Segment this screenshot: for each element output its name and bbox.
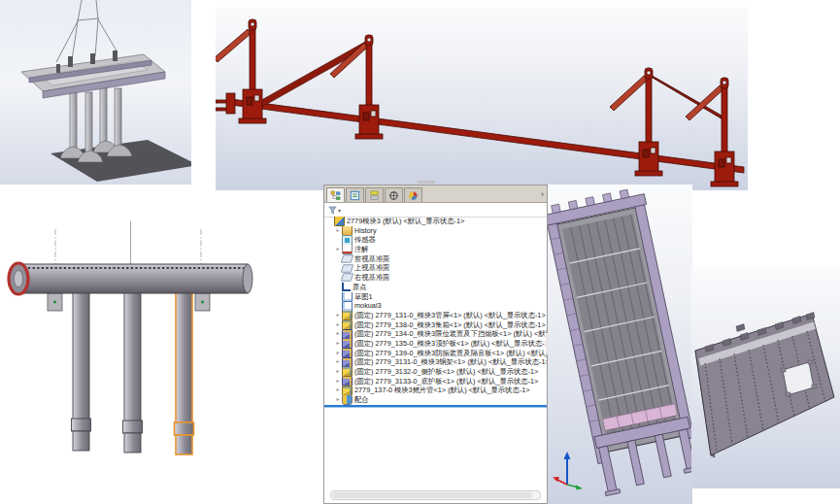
tree-item-icon <box>342 367 353 377</box>
panel-drag-handle[interactable] <box>418 181 435 184</box>
tree-item-icon <box>342 320 353 330</box>
tree-item-11[interactable]: ▸ (固定) 2779_138-0_模块3集箱<1> (默认) <默认_显示状态… <box>324 320 547 330</box>
tab-displaymanager[interactable] <box>404 187 422 202</box>
tree-item-icon <box>342 301 353 311</box>
expand-arrow-icon[interactable]: ▸ <box>334 349 342 358</box>
tree-item-icon <box>342 283 351 291</box>
propertymanager-icon <box>350 190 360 201</box>
tree-item-icon <box>342 395 353 405</box>
tree-item-1[interactable]: ▸ History <box>324 226 547 236</box>
tree-item-label: 上视基准面 <box>354 263 389 273</box>
tree-item-icon <box>342 377 353 386</box>
tree-item-14[interactable]: ▸ (固定) 2779_139-0_模块3防振装置及隔音板<1> (默认) <默… <box>324 349 547 358</box>
tree-item-icon <box>342 235 353 245</box>
tree-item-icon <box>342 339 353 349</box>
tree-item-12[interactable]: ▸ (固定) 2779_134-0_模块3限位装置及下挡烟板<1> (默认) <… <box>324 329 547 339</box>
expand-arrow-icon[interactable]: ▸ <box>334 311 342 320</box>
tree-item-label: 2779_137-0 模块3鳍片管<1> (默认) <默认_显示状态-1> <box>354 386 529 395</box>
tree-item-label: 传感器 <box>354 235 376 245</box>
tree-item-label: (固定) 2779_3133-0_底护板<1> (默认) <默认_显示状态-1> <box>354 377 538 386</box>
viewport-panel-module[interactable] <box>548 185 692 504</box>
tree-item-6[interactable]: ▸ 右视基准面 <box>324 273 547 283</box>
tree-item-label: 前视基准面 <box>354 254 389 264</box>
tree-item-icon <box>341 254 354 262</box>
tab-propertymanager[interactable] <box>346 187 364 202</box>
tabbar-overflow-arrow[interactable]: › <box>541 187 544 202</box>
header-pipes-model <box>5 221 269 486</box>
tree-item-15[interactable]: ▸ (固定) 2779_3131-0_模块3钢架<1> (默认) <默认_显示状… <box>324 357 547 367</box>
displaymanager-icon <box>408 190 419 201</box>
tree-item-label: (固定) 2779_138-0_模块3集箱<1> (默认) <默认_显示状态-1… <box>354 320 546 330</box>
tree-item-18[interactable]: ▸ 2779_137-0 模块3鳍片管<1> (默认) <默认_显示状态-1> <box>324 386 547 395</box>
viewport-wall-panel[interactable] <box>691 265 840 488</box>
tree-item-8[interactable]: ▸ 草图1 <box>324 292 547 302</box>
tree-item-label: 注解 <box>354 245 369 254</box>
tree-item-5[interactable]: ▸ 上视基准面 <box>324 263 547 273</box>
tree-item-label: (固定) 2779_139-0_模块3防振装置及隔音板<1> (默认) <默认_… <box>354 349 547 358</box>
lifting-rig-model <box>0 0 191 185</box>
filter-dropdown-caret[interactable]: ▾ <box>338 207 341 214</box>
tree-item-icon <box>342 292 353 302</box>
tree-item-icon <box>342 349 353 358</box>
coordinate-triad <box>552 450 587 490</box>
tree-item-icon <box>342 245 353 254</box>
selected-pipe-highlight <box>175 286 194 454</box>
expand-arrow-icon[interactable]: ▸ <box>334 377 342 386</box>
tree-item-label: 原点 <box>353 283 367 292</box>
tree-item-label: 配合 <box>354 395 369 405</box>
tree-item-icon <box>342 311 353 320</box>
expand-arrow-icon[interactable]: ▸ <box>334 329 342 339</box>
expand-arrow-icon[interactable]: ▸ <box>334 226 342 236</box>
red-frame-model <box>216 8 748 190</box>
viewport-header-pipes[interactable] <box>5 221 269 486</box>
featuremanager-tabbar: › <box>324 185 547 203</box>
tree-item-4[interactable]: ▸ 前视基准面 <box>324 254 547 264</box>
tree-item-icon <box>342 357 353 367</box>
featuremanager-tree-icon <box>330 190 341 201</box>
dimxpertmanager-icon <box>388 190 399 201</box>
tree-item-icon <box>342 386 353 395</box>
expand-arrow-icon[interactable]: ▸ <box>334 320 342 330</box>
tree-item-16[interactable]: ▸ (固定) 2779_3132-0_侧护板<1> (默认) <默认_显示状态-… <box>324 367 547 377</box>
rollback-bar[interactable] <box>324 405 547 407</box>
viewport-red-frame[interactable] <box>216 8 748 190</box>
tree-item-17[interactable]: ▸ (固定) 2779_3133-0_底护板<1> (默认) <默认_显示状态-… <box>324 377 547 386</box>
expand-arrow-icon[interactable]: ▸ <box>334 367 342 377</box>
tree-item-label: History <box>354 226 377 236</box>
tab-featuremanager[interactable] <box>326 187 345 202</box>
tree-item-label: (固定) 2779_134-0_模块3限位装置及下挡烟板<1> (默认) <默认… <box>354 329 547 339</box>
tree-item-2[interactable]: ▸ 传感器 <box>324 235 547 245</box>
tree-item-label: (固定) 2779_131-0_模块3管屏<1> (默认) <默认_显示状态-1… <box>354 311 546 320</box>
tree-item-9[interactable]: ▸ mokuai3 <box>324 301 547 311</box>
feature-tree-panel: › ▾ ▸ 2779模块3 (默认) <默认_显示状态-1> ▸ History… <box>323 185 548 504</box>
tree-item-label: 2779模块3 (默认) <默认_显示状态-1> <box>347 217 464 226</box>
horizontal-scrollbar[interactable] <box>330 490 541 500</box>
expand-arrow-icon[interactable]: ▸ <box>334 339 342 349</box>
tree-item-label: (固定) 2779_3132-0_侧护板<1> (默认) <默认_显示状态-1> <box>354 367 538 377</box>
tree-item-7[interactable]: ▸ 原点 <box>324 283 547 292</box>
tree-item-19[interactable]: ▸ 配合 <box>324 395 547 405</box>
tree-item-label: 草图1 <box>354 292 373 302</box>
tree-item-13[interactable]: ▸ (固定) 2779_135-0_模块3顶护板<1> (默认) <默认_显示状… <box>324 339 547 349</box>
tab-dimxpertmanager[interactable] <box>385 187 403 202</box>
expand-arrow-icon[interactable]: ▸ <box>334 395 342 405</box>
tree-item-label: 右视基准面 <box>354 273 389 283</box>
expand-arrow-icon[interactable]: ▸ <box>334 357 342 367</box>
screenshot-root: { "colors": { "red_structure": "#9c1b0d"… <box>0 0 840 504</box>
wall-panel-model <box>691 265 840 488</box>
tree-item-3[interactable]: ▸ 注解 <box>324 245 547 254</box>
tree-item-icon <box>341 274 354 282</box>
tree-item-label: (固定) 2779_135-0_模块3顶护板<1> (默认) <默认_显示状态-… <box>354 339 547 349</box>
tab-configurationmanager[interactable] <box>365 187 384 202</box>
tree-item-label: (固定) 2779_3131-0_模块3钢架<1> (默认) <默认_显示状态-… <box>354 357 547 367</box>
tree-item-icon <box>342 226 353 236</box>
tree-item-icon <box>341 264 354 272</box>
tree-item-0[interactable]: ▸ 2779模块3 (默认) <默认_显示状态-1> <box>324 217 547 226</box>
expand-arrow-icon[interactable]: ▸ <box>334 245 342 254</box>
expand-arrow-icon[interactable]: ▸ <box>334 386 342 395</box>
tree-filter-row: ▾ <box>324 203 547 218</box>
feature-tree: ▸ 2779模块3 (默认) <默认_显示状态-1> ▸ History ▸ 传… <box>324 217 547 405</box>
scrollbar-thumb[interactable] <box>332 492 532 498</box>
viewport-lifting-rig[interactable] <box>0 0 191 185</box>
tree-item-10[interactable]: ▸ (固定) 2779_131-0_模块3管屏<1> (默认) <默认_显示状态… <box>324 311 547 320</box>
